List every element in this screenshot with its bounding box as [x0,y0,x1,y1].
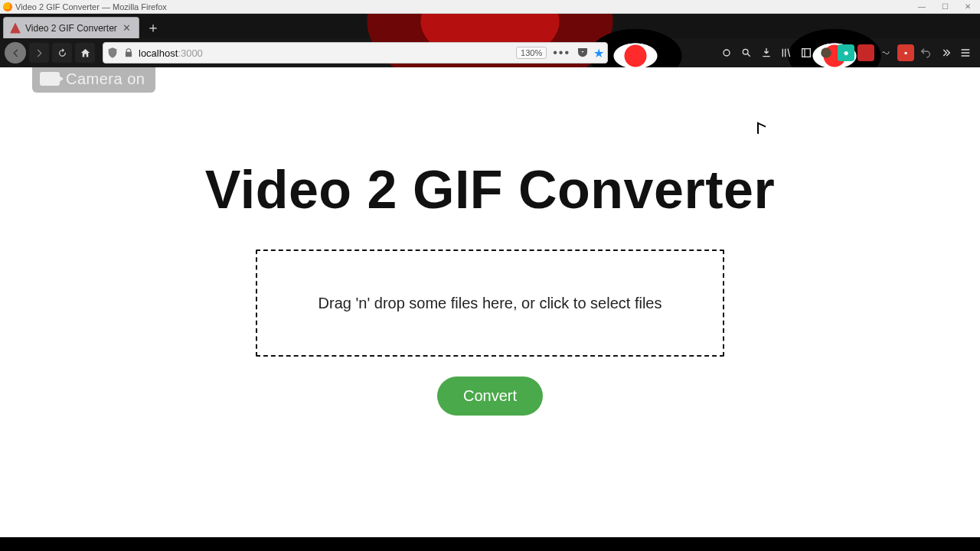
page-actions-button[interactable]: ••• [551,46,572,60]
window-minimize-button[interactable]: — [911,1,933,11]
file-dropzone[interactable]: Drag 'n' drop some files here, or click … [256,249,724,357]
url-text: localhost:3000 [139,47,203,59]
tab-strip: Video 2 GIF Converter ✕ ＋ [0,14,980,38]
ext-undo-icon[interactable] [917,44,934,61]
zoom-indicator[interactable]: 130% [516,47,547,59]
page-viewport: Camera on Video 2 GIF Converter Drag 'n'… [0,67,980,537]
tab-favicon-icon [10,23,21,34]
tracking-protection-icon[interactable] [106,47,119,59]
svg-point-3 [821,47,831,58]
dropzone-text: Drag 'n' drop some files here, or click … [318,295,662,312]
bookmark-star-icon[interactable]: ★ [593,46,604,60]
sidebar-button[interactable] [798,44,815,61]
address-bar[interactable]: localhost:3000 130% ••• ★ [103,42,608,64]
site-info-icon[interactable] [123,47,134,58]
camera-on-label: Camera on [66,70,145,88]
new-tab-button[interactable]: ＋ [144,18,162,37]
app-root: Video 2 GIF Converter Drag 'n' drop some… [0,67,980,537]
toolbar-extensions: ● ▪ [718,44,975,61]
ext-teal-icon[interactable]: ● [838,44,854,61]
browser-tab[interactable]: Video 2 GIF Converter ✕ [3,17,139,38]
window-close-button[interactable]: ✕ [957,1,978,11]
app-menu-button[interactable] [957,44,974,61]
window-title: Video 2 GIF Converter — Mozilla Firefox [15,2,167,11]
svg-point-0 [724,50,730,56]
reload-button[interactable] [52,43,72,63]
downloads-button[interactable] [758,44,775,61]
library-button[interactable] [778,44,795,61]
nav-toolbar: localhost:3000 130% ••• ★ ● ▪ [0,38,980,67]
window-maximize-button[interactable]: ☐ [934,1,956,11]
os-titlebar: Video 2 GIF Converter — Mozilla Firefox … [0,0,980,14]
svg-point-1 [743,49,748,54]
forward-button[interactable] [29,43,49,63]
url-host: localhost [139,47,178,59]
url-port: :3000 [178,47,203,59]
firefox-logo-icon [3,2,12,11]
ext-red1-icon[interactable] [858,44,874,61]
ext-magnify-icon[interactable] [738,44,755,61]
convert-button[interactable]: Convert [437,377,543,416]
ext-infinity-icon[interactable] [877,44,894,61]
camera-on-overlay: Camera on [32,67,155,93]
home-button[interactable] [75,43,95,63]
pocket-icon[interactable] [577,47,589,59]
tab-close-button[interactable]: ✕ [122,23,132,34]
ext-record-icon[interactable] [718,44,735,61]
page-heading: Video 2 GIF Converter [205,159,775,220]
ext-red2-icon[interactable]: ▪ [897,44,914,61]
back-button[interactable] [5,42,26,64]
reload-icon [57,47,68,59]
tab-title: Video 2 GIF Converter [25,23,117,34]
arrow-left-icon [10,47,21,59]
arrow-right-icon [34,47,45,59]
svg-rect-2 [802,49,811,57]
ext-avatar-icon[interactable] [818,44,835,61]
window-controls: — ☐ ✕ [911,1,978,11]
overflow-menu-button[interactable] [937,44,954,61]
home-icon [80,47,91,59]
bottom-letterbox [0,537,980,551]
